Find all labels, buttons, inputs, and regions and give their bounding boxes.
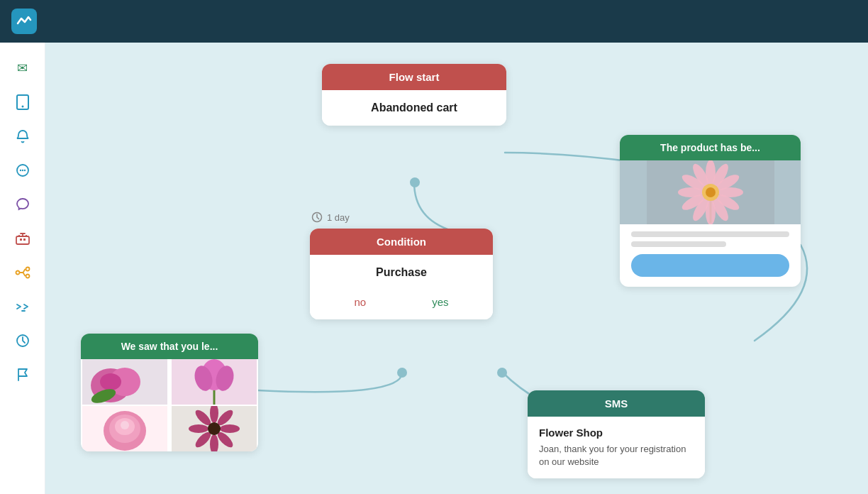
condition-header: Condition [310,229,493,255]
flow-canvas[interactable]: 1 day Flow start Abandoned cart Conditio… [45,43,868,494]
sidebar-viber-icon[interactable] [9,190,37,219]
tulip-image [172,359,257,405]
email-content-lines [620,224,801,254]
svg-point-49 [220,424,240,433]
sidebar-email-icon[interactable]: ✉ [9,54,37,82]
product-image-4 [170,406,258,451]
flowers-image [82,359,167,405]
svg-rect-6 [16,236,29,244]
flow-start-header: Flow start [322,64,506,90]
svg-point-44 [121,421,129,429]
connector-dot [410,177,420,187]
email-image [620,160,801,224]
sidebar-flag-icon[interactable] [9,361,37,389]
svg-point-53 [189,424,208,433]
flow-start-node[interactable]: Flow start Abandoned cart [322,64,506,126]
sidebar-code-icon[interactable] [9,292,37,321]
delay-value: 1 day [327,212,350,223]
sms-node[interactable]: SMS Flower Shop Joan, thank you for your… [528,390,705,478]
flower-image [647,160,774,224]
connector-dot [397,368,407,378]
email-line-2 [631,241,726,247]
topbar [0,0,868,43]
svg-point-9 [16,271,19,275]
sidebar-robot-icon[interactable] [9,224,37,253]
sms-text: Joan, thank you for your registration on… [539,443,694,468]
coneflower-image [172,406,257,451]
product-image-grid [81,359,258,451]
condition-node[interactable]: Condition Purchase no yes [310,229,493,319]
email-cta-button[interactable] [631,254,789,277]
email-header: The product has be... [620,135,801,160]
we-saw-header: We saw that you le... [81,334,258,359]
sms-title: Flower Shop [539,427,694,439]
sidebar-tablet-icon[interactable] [9,88,37,116]
svg-point-10 [26,268,29,271]
sms-header: SMS [528,390,705,417]
label-yes: yes [432,296,448,308]
peony-image [82,406,167,451]
email-line-1 [631,231,789,237]
flow-start-body: Abandoned cart [322,90,506,126]
svg-rect-8 [23,238,26,241]
svg-point-29 [706,187,716,197]
clock-small-icon [311,212,323,223]
label-no: no [354,296,366,308]
product-image-3 [81,406,169,451]
svg-point-3 [19,170,21,171]
email-node[interactable]: The product has be... [620,135,801,287]
sms-body: Flower Shop Joan, thank you for your reg… [528,417,705,478]
svg-point-4 [21,170,23,171]
sidebar: ✉ [0,43,45,494]
condition-body: Purchase [310,255,493,290]
condition-labels: no yes [310,290,493,319]
delay-label: 1 day [311,212,350,223]
svg-rect-7 [20,238,22,241]
we-saw-node[interactable]: We saw that you le... [81,334,258,451]
product-image-1 [81,359,169,405]
sidebar-flow-icon[interactable] [9,258,37,287]
svg-point-1 [21,106,23,108]
svg-point-5 [23,170,25,171]
svg-point-33 [100,373,121,390]
connector-dot [497,368,507,378]
sidebar-bell-icon[interactable] [9,122,37,150]
sidebar-chat-icon[interactable] [9,156,37,185]
app-logo [11,9,37,34]
product-image-2 [170,359,258,405]
sidebar-clock-icon[interactable] [9,326,37,355]
svg-point-55 [208,422,221,435]
svg-point-11 [26,275,29,278]
